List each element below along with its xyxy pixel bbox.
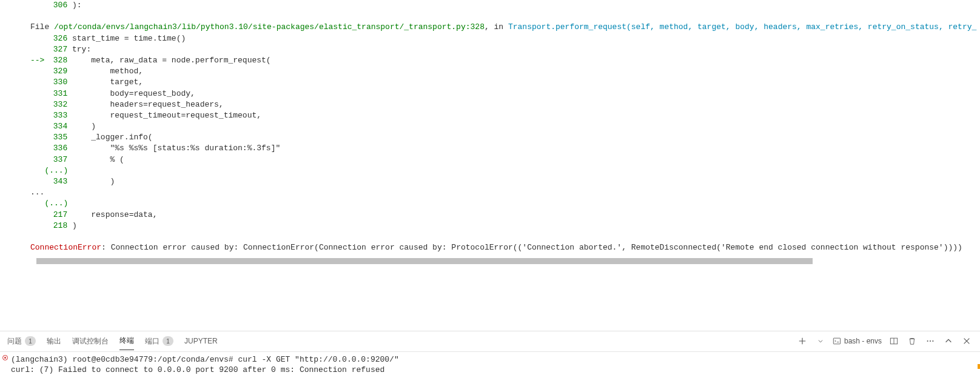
tab-label: 终端 [119, 336, 134, 346]
new-terminal-button[interactable] [796, 335, 808, 347]
horizontal-scrollbar[interactable] [36, 258, 813, 264]
tab-ports[interactable]: 端口 1 [145, 333, 173, 350]
svg-point-4 [930, 340, 931, 342]
tab-jupyter[interactable]: JUPYTER [184, 333, 218, 349]
tab-label: 输出 [47, 336, 61, 346]
tab-output[interactable]: 输出 [47, 333, 61, 350]
traceback-line: 218 ) [30, 220, 980, 231]
traceback-dots: ... [30, 187, 980, 198]
chevron-up-icon [944, 337, 953, 345]
traceback-file-line: File /opt/conda/envs/langchain3/lib/pyth… [30, 22, 980, 33]
tab-debug-console[interactable]: 调试控制台 [72, 333, 109, 350]
ellipsis-icon [926, 337, 935, 345]
terminal-prompt-line: (langchain3) root@e0cdb3e94779:/opt/cond… [11, 354, 973, 365]
traceback-line-current: --> 328 meta, raw_data = node.perform_re… [30, 55, 980, 66]
terminal-selector[interactable]: bash - envs [833, 337, 882, 345]
traceback-line: 327 try: [30, 44, 980, 55]
traceback-line: 217 response=data, [30, 210, 980, 220]
problems-badge: 1 [25, 336, 36, 346]
gutter-error-icon [2, 355, 8, 360]
tab-label: 端口 [145, 336, 159, 346]
error-line: ConnectionError: Connection error caused… [30, 242, 980, 253]
chevron-down-icon [817, 338, 824, 344]
close-icon [962, 337, 971, 345]
split-terminal-button[interactable] [888, 335, 900, 347]
svg-point-5 [932, 340, 933, 342]
terminal-icon [833, 337, 841, 345]
tab-label: 问题 [7, 336, 22, 346]
close-panel-button[interactable] [961, 335, 973, 347]
tab-terminal[interactable]: 终端 [119, 332, 134, 350]
more-actions-button[interactable] [924, 335, 936, 347]
traceback-line: 337 % ( [30, 154, 980, 165]
tab-problems[interactable]: 问题 1 [7, 333, 36, 350]
tab-label: JUPYTER [184, 337, 218, 345]
terminal-output-line: curl: (7) Failed to connect to 0.0.0.0 p… [11, 365, 973, 376]
panel-actions: bash - envs [796, 335, 973, 347]
scrollbar-marker [978, 364, 980, 369]
svg-rect-0 [833, 339, 840, 345]
trash-icon [908, 337, 916, 345]
kill-terminal-button[interactable] [906, 335, 918, 347]
traceback-line: 334 ) [30, 121, 980, 132]
traceback-line: 326 start_time = time.time() [30, 33, 980, 44]
traceback-blank [30, 231, 980, 242]
terminal-viewport[interactable]: (langchain3) root@e0cdb3e94779:/opt/cond… [0, 352, 980, 378]
panel-tabs: 问题 1 输出 调试控制台 终端 端口 1 JUPYTER bash - env… [0, 331, 980, 352]
notebook-output[interactable]: 306 ): File /opt/conda/envs/langchain3/l… [0, 0, 980, 307]
plus-icon [798, 337, 807, 345]
traceback-line: 335 _logger.info( [30, 132, 980, 143]
terminal-name: bash - envs [844, 337, 882, 345]
maximize-panel-button[interactable] [942, 335, 955, 347]
split-icon [890, 337, 898, 345]
svg-point-3 [927, 340, 928, 342]
ports-badge: 1 [163, 336, 173, 346]
traceback-blank [30, 11, 980, 22]
tab-label: 调试控制台 [72, 336, 109, 346]
traceback-line: 330 target, [30, 77, 980, 88]
traceback-line: 336 "%s %s%s [status:%s duration:%.3fs]" [30, 143, 980, 154]
terminal-dropdown-button[interactable] [814, 335, 827, 347]
traceback-line: 333 request_timeout=request_timeout, [30, 110, 980, 121]
traceback-ellipsis: (...) [30, 198, 980, 209]
traceback-line: 329 method, [30, 66, 980, 77]
traceback-line: 343 ) [30, 176, 980, 187]
traceback-line: 306 ): [30, 0, 980, 11]
traceback-line: 331 body=request_body, [30, 88, 980, 99]
traceback-line: 332 headers=request_headers, [30, 99, 980, 110]
traceback-ellipsis: (...) [30, 165, 980, 176]
